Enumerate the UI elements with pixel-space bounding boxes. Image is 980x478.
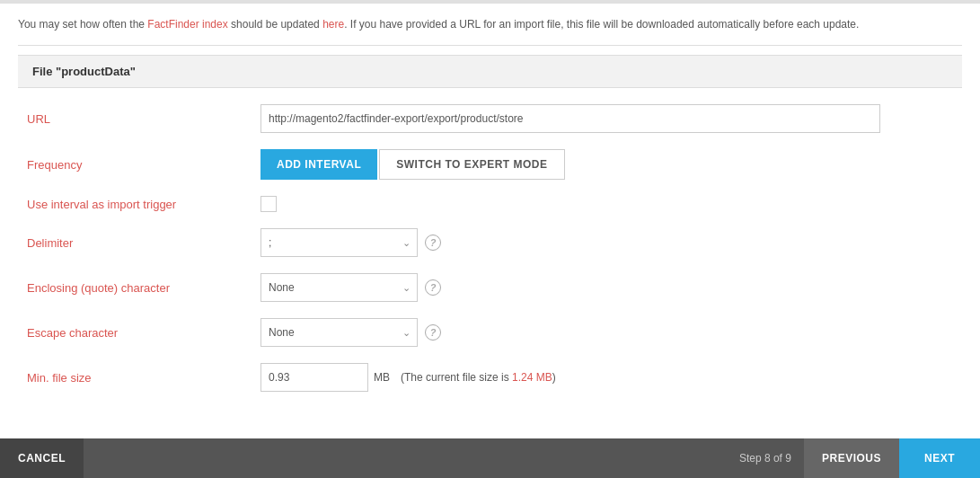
url-label: URL [27, 112, 260, 126]
info-text-mid1: should be updated [228, 18, 322, 31]
factfinder-link[interactable]: FactFinder index [147, 18, 227, 31]
delimiter-control-area: ; , | TAB ⌄ ? [260, 228, 953, 257]
enclosing-control-area: None " ' ⌄ ? [260, 273, 953, 302]
divider [18, 45, 962, 46]
switch-expert-mode-button[interactable]: SWITCH TO EXPERT MODE [379, 149, 564, 180]
info-text-before: You may set how often the [18, 18, 147, 31]
next-button[interactable]: NEXT [899, 438, 980, 478]
info-text: You may set how often the FactFinder ind… [18, 16, 962, 32]
delimiter-select[interactable]: ; , | TAB [260, 228, 418, 257]
enclosing-select-wrapper: None " ' ⌄ [260, 273, 418, 302]
trigger-label: Use interval as import trigger [27, 198, 260, 211]
trigger-control-area [260, 196, 953, 212]
delimiter-help-icon: ? [425, 235, 441, 251]
trigger-checkbox[interactable] [260, 196, 277, 212]
file-size-note-text: (The current file size is [401, 371, 512, 384]
min-file-input[interactable] [260, 363, 368, 392]
delimiter-label: Delimiter [27, 236, 260, 250]
enclosing-row: Enclosing (quote) character None " ' ⌄ ? [18, 273, 962, 302]
frequency-control-area: ADD INTERVAL SWITCH TO EXPERT MODE [260, 149, 953, 180]
here-link[interactable]: here [322, 18, 344, 31]
file-size-value: 1.24 MB [512, 371, 552, 384]
footer: CANCEL Step 8 of 9 PREVIOUS NEXT [0, 438, 980, 478]
delimiter-select-wrapper: ; , | TAB ⌄ [260, 228, 418, 257]
previous-button[interactable]: PREVIOUS [804, 438, 899, 478]
escape-control-area: None \\ " ⌄ ? [260, 318, 953, 347]
escape-select[interactable]: None \\ " [260, 318, 418, 347]
enclosing-label: Enclosing (quote) character [27, 281, 260, 295]
min-file-row: Min. file size MB (The current file size… [18, 363, 962, 392]
info-text-mid2: . If you have provided a URL for an impo… [344, 18, 859, 31]
main-content: You may set how often the FactFinder ind… [0, 4, 980, 438]
url-input[interactable] [260, 104, 880, 133]
escape-row: Escape character None \\ " ⌄ ? [18, 318, 962, 347]
min-file-control-area: MB (The current file size is 1.24 MB) [260, 363, 953, 392]
enclosing-help-icon: ? [425, 279, 441, 296]
cancel-button[interactable]: CANCEL [0, 438, 84, 478]
url-control-area [260, 104, 953, 133]
enclosing-select[interactable]: None " ' [260, 273, 418, 302]
footer-step: Step 8 of 9 [84, 452, 804, 465]
escape-label: Escape character [27, 326, 260, 340]
section-header: File "productData" [18, 55, 962, 88]
add-interval-button[interactable]: ADD INTERVAL [260, 149, 377, 180]
frequency-row: Frequency ADD INTERVAL SWITCH TO EXPERT … [18, 149, 962, 180]
url-row: URL [18, 104, 962, 133]
delimiter-row: Delimiter ; , | TAB ⌄ ? [18, 228, 962, 257]
file-size-close: ) [552, 371, 556, 384]
frequency-label: Frequency [27, 158, 260, 172]
file-size-note: (The current file size is 1.24 MB) [401, 371, 556, 384]
section-title: File "productData" [32, 65, 136, 78]
trigger-row: Use interval as import trigger [18, 196, 962, 212]
escape-select-wrapper: None \\ " ⌄ [260, 318, 418, 347]
min-file-label: Min. file size [27, 371, 260, 385]
escape-help-icon: ? [425, 324, 441, 341]
mb-label: MB [374, 371, 390, 384]
